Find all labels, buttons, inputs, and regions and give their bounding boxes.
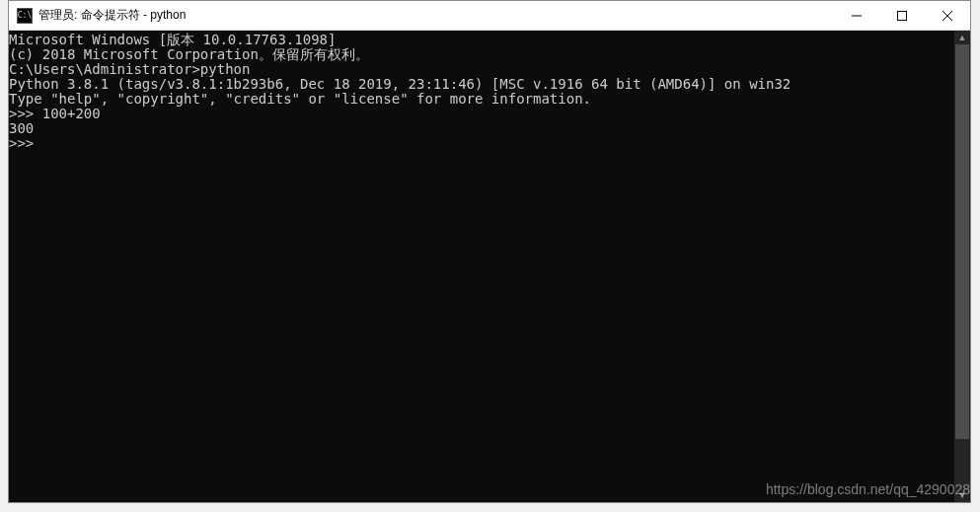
- scrollbar-thumb[interactable]: [955, 44, 969, 439]
- terminal-line: C:\Users\Administrator>python: [9, 62, 954, 77]
- terminal-line: Python 3.8.1 (tags/v3.8.1:1b293b6, Dec 1…: [9, 77, 954, 92]
- window-title: 管理员: 命令提示符 - python: [38, 7, 834, 24]
- scroll-down-arrow[interactable]: ▼: [954, 488, 970, 502]
- window-controls: [834, 1, 970, 30]
- vertical-scrollbar[interactable]: ▲ ▼: [954, 31, 970, 502]
- maximize-button[interactable]: [879, 1, 925, 30]
- minimize-button[interactable]: [834, 1, 879, 30]
- command-prompt-window: C:\ 管理员: 命令提示符 - python Microsoft Window…: [8, 0, 971, 503]
- terminal-line: Microsoft Windows [版本 10.0.17763.1098]: [9, 33, 954, 47]
- app-icon: C:\: [17, 8, 33, 24]
- close-button[interactable]: [925, 1, 970, 30]
- scroll-up-arrow[interactable]: ▲: [954, 31, 970, 44]
- terminal-line: (c) 2018 Microsoft Corporation。保留所有权利。: [9, 47, 954, 62]
- terminal-output[interactable]: Microsoft Windows [版本 10.0.17763.1098](c…: [9, 31, 954, 502]
- terminal-line: >>> 100+200: [9, 107, 954, 121]
- svg-rect-1: [898, 11, 907, 20]
- terminal-line: >>>: [9, 136, 954, 151]
- titlebar[interactable]: C:\ 管理员: 命令提示符 - python: [9, 1, 970, 31]
- terminal-line: 300: [9, 121, 954, 136]
- terminal-line: Type "help", "copyright", "credits" or "…: [9, 92, 954, 107]
- terminal-area: Microsoft Windows [版本 10.0.17763.1098](c…: [9, 31, 970, 502]
